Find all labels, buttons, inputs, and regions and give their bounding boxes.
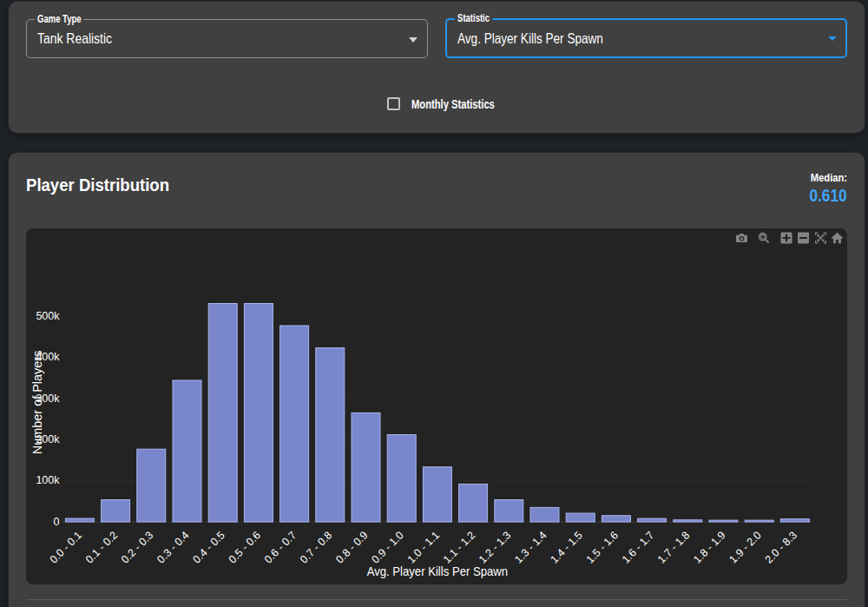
- svg-text:1.1 - 1.2: 1.1 - 1.2: [441, 529, 477, 565]
- svg-text:1.7 - 1.8: 1.7 - 1.8: [655, 529, 692, 565]
- svg-text:2.0 - 8.3: 2.0 - 8.3: [763, 529, 799, 565]
- svg-text:0.7 - 0.8: 0.7 - 0.8: [298, 529, 334, 565]
- svg-text:0.1 - 0.2: 0.1 - 0.2: [83, 529, 120, 565]
- svg-text:Number of Players: Number of Players: [30, 351, 45, 455]
- svg-text:500k: 500k: [36, 310, 60, 322]
- svg-text:100k: 100k: [36, 474, 60, 486]
- svg-text:1.3 - 1.4: 1.3 - 1.4: [512, 529, 549, 565]
- svg-text:0.0 - 0.1: 0.0 - 0.1: [48, 529, 84, 565]
- svg-text:0.9 - 1.0: 0.9 - 1.0: [369, 529, 405, 565]
- svg-text:0.5 - 0.6: 0.5 - 0.6: [227, 529, 263, 565]
- svg-text:1.6 - 1.7: 1.6 - 1.7: [620, 529, 656, 565]
- svg-text:Avg. Player Kills Per Spawn: Avg. Player Kills Per Spawn: [367, 564, 509, 578]
- svg-text:0: 0: [54, 516, 60, 528]
- svg-text:1.2 - 1.3: 1.2 - 1.3: [477, 529, 513, 565]
- svg-text:0.3 - 0.4: 0.3 - 0.4: [155, 529, 191, 565]
- svg-text:1.0 - 1.1: 1.0 - 1.1: [405, 529, 442, 565]
- svg-text:0.2 - 0.3: 0.2 - 0.3: [119, 529, 155, 565]
- svg-text:0.6 - 0.7: 0.6 - 0.7: [262, 529, 299, 565]
- svg-text:0.8 - 0.9: 0.8 - 0.9: [333, 529, 370, 565]
- svg-text:0.4 - 0.5: 0.4 - 0.5: [190, 529, 227, 565]
- svg-text:1.5 - 1.6: 1.5 - 1.6: [584, 529, 621, 565]
- svg-text:1.4 - 1.5: 1.4 - 1.5: [548, 529, 584, 565]
- svg-text:1.8 - 1.9: 1.8 - 1.9: [691, 529, 727, 565]
- svg-text:1.9 - 2.0: 1.9 - 2.0: [727, 529, 763, 565]
